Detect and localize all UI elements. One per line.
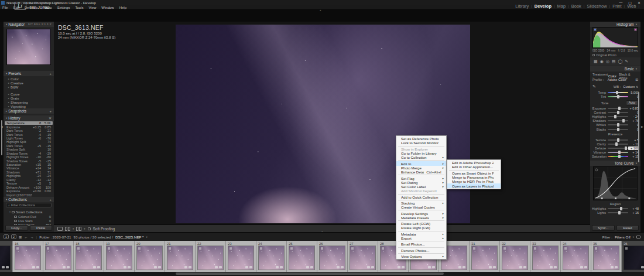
badge-icon[interactable] xyxy=(489,266,492,268)
loupe-view-icon[interactable] xyxy=(57,227,63,231)
context-menu-item[interactable]: Edit In ▸ xyxy=(396,161,446,165)
filmstrip-cell[interactable]: 17 xyxy=(43,241,74,272)
flag-icon[interactable] xyxy=(321,247,323,250)
context-menu-item[interactable]: Remove Photos... ▸ xyxy=(396,248,446,253)
filmstrip-cell[interactable]: 18 xyxy=(74,241,104,272)
slider-thumb[interactable] xyxy=(617,123,619,127)
collection-item[interactable]: Colored Red 0 xyxy=(4,214,54,219)
right-panel-scrollbar[interactable] xyxy=(638,92,639,162)
history-step[interactable]: Exposure +0.60 0.60 xyxy=(5,189,53,193)
sync-button[interactable]: Sync... xyxy=(592,225,615,231)
filmstrip-thumbnail[interactable] xyxy=(594,246,619,270)
filmstrip-thumbnail[interactable] xyxy=(137,246,162,270)
badge-icon[interactable] xyxy=(584,266,587,268)
navigator-preview[interactable] xyxy=(6,29,51,65)
badge-icon[interactable] xyxy=(432,266,435,268)
adjustment-brush-icon[interactable]: ✎ xyxy=(625,59,628,64)
tone-curve-chart[interactable] xyxy=(593,166,638,200)
flag-icon[interactable] xyxy=(138,247,141,250)
badge-icon[interactable] xyxy=(245,266,248,268)
context-menu-item[interactable]: View Options ▸ xyxy=(396,254,446,258)
badge-icon[interactable] xyxy=(154,266,157,268)
filter-switch-icon[interactable] xyxy=(636,236,640,238)
menubar-item[interactable]: View xyxy=(88,6,96,9)
filmstrip-thumbnail[interactable] xyxy=(198,246,223,270)
filter-value-dropdown[interactable]: Filters Off xyxy=(615,235,631,239)
filmstrip-thumbnail[interactable] xyxy=(46,246,71,270)
go-forward-icon[interactable]: → xyxy=(30,235,33,239)
badge-icon[interactable] xyxy=(337,266,340,268)
filmstrip-thumbnail[interactable] xyxy=(289,246,314,270)
slider-thumb[interactable] xyxy=(620,207,622,210)
slider-row[interactable]: Contrast 0 xyxy=(590,110,640,114)
badge-icon[interactable] xyxy=(184,266,187,268)
second-window-button[interactable]: 2 xyxy=(11,234,16,239)
history-step[interactable]: Highlights -24 -24 xyxy=(5,174,53,178)
filmstrip-scrollbar[interactable] xyxy=(0,272,644,276)
module-tab[interactable]: Web xyxy=(627,4,636,9)
slider-thumb[interactable] xyxy=(625,146,627,150)
filmstrip-cell[interactable]: 15 xyxy=(0,241,13,272)
slider-thumb[interactable] xyxy=(618,107,621,110)
menubar-item[interactable]: Window xyxy=(101,6,114,9)
badge-icon[interactable] xyxy=(519,266,522,268)
badge-icon[interactable] xyxy=(611,266,614,268)
filmstrip-thumbnail[interactable] xyxy=(167,246,193,270)
history-step[interactable]: Highlight Tones -10 -60 xyxy=(5,155,53,159)
flag-icon[interactable] xyxy=(47,247,49,250)
highlight-clipping-indicator[interactable] xyxy=(634,28,637,31)
history-step[interactable]: Saturation +15 15 xyxy=(5,163,53,166)
clear-history-icon[interactable]: ✕ xyxy=(49,116,52,120)
filmstrip-thumbnail[interactable] xyxy=(107,246,132,270)
chevron-down-icon[interactable]: ▾ xyxy=(73,227,74,230)
flag-icon[interactable] xyxy=(108,247,110,250)
context-menu-item[interactable]: Metadata ▸ xyxy=(396,232,446,236)
module-tab[interactable]: Book xyxy=(571,4,581,9)
history-step[interactable]: Temperature 8 5.0K xyxy=(5,121,53,125)
context-menu-item[interactable]: Email Photos... ▸ xyxy=(396,242,446,246)
context-menu-item[interactable]: Set Color Label ▸ xyxy=(396,185,446,189)
filmstrip-thumbnail[interactable] xyxy=(259,246,284,270)
flag-icon[interactable] xyxy=(169,247,171,250)
context-menu-item[interactable]: Set Flag ▸ xyxy=(396,176,446,180)
slider-row[interactable]: Texture + 5 xyxy=(590,138,640,142)
context-menu-item[interactable]: Rotate Right (CW) ▸ xyxy=(396,226,446,230)
module-tab[interactable]: Print xyxy=(612,4,621,9)
flag-icon[interactable] xyxy=(290,247,293,250)
context-menu-item[interactable]: Set as Reference Photo ▸ xyxy=(396,137,446,141)
collections-header[interactable]: ▾ Collections + xyxy=(4,197,54,202)
badge-icon[interactable] xyxy=(493,266,496,268)
badge-icon[interactable] xyxy=(97,266,100,268)
filmstrip-cell[interactable]: 22 xyxy=(196,241,226,272)
add-collection-icon[interactable]: + xyxy=(49,198,52,202)
add-snapshot-icon[interactable]: + xyxy=(49,110,52,113)
history-step[interactable]: Clarity -12 -12 xyxy=(5,178,53,182)
history-step[interactable]: Vibrance +14 14 xyxy=(5,166,53,170)
badge-icon[interactable] xyxy=(402,266,405,268)
badge-icon[interactable] xyxy=(249,266,252,268)
badge-icon[interactable] xyxy=(615,266,618,268)
badge-icon[interactable] xyxy=(219,266,222,268)
context-menu-item[interactable]: Rotate Left (CCW) ▸ xyxy=(396,222,446,226)
history-step[interactable]: Import (23/07/2020 13:47:41) xyxy=(5,193,53,196)
submenu-item[interactable]: Merge to HDR Pro in Photoshop... ▸ xyxy=(447,179,501,183)
filmstrip-cell[interactable]: 35 xyxy=(591,241,622,272)
filmstrip-cell[interactable]: 34 xyxy=(561,241,591,272)
flag-icon[interactable] xyxy=(229,247,232,250)
badge-icon[interactable] xyxy=(428,266,431,268)
filmstrip-cell[interactable]: 20 xyxy=(135,241,165,272)
history-step[interactable]: Dark Tones -2 -21 xyxy=(5,129,53,132)
filmstrip-cell[interactable]: 23 xyxy=(226,241,256,272)
filmstrip-thumbnail[interactable] xyxy=(502,246,527,270)
slider-row[interactable]: Lights + 16 xyxy=(590,210,640,214)
flag-icon[interactable] xyxy=(77,247,80,250)
slider-row[interactable]: Exposure + 0.85 xyxy=(590,106,640,110)
presets-header[interactable]: ▾ Presets + xyxy=(4,71,54,76)
history-step[interactable]: Shadow Split 10 xyxy=(5,148,53,151)
module-tab[interactable]: Slideshow xyxy=(587,4,607,9)
module-tab[interactable]: Develop xyxy=(535,4,551,9)
slider-thumb[interactable] xyxy=(618,211,621,214)
slider-thumb[interactable] xyxy=(617,128,619,131)
filmstrip-cell[interactable]: 21 xyxy=(165,241,196,272)
filmstrip-cell[interactable]: 24 xyxy=(256,241,287,272)
